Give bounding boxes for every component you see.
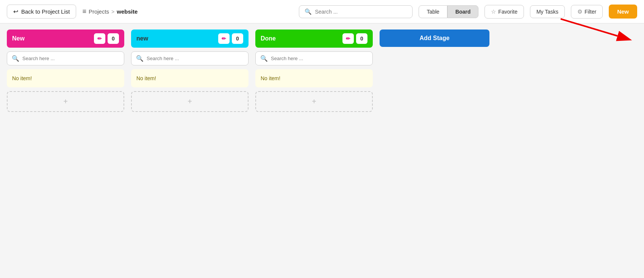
add-stage-column: Add Stage bbox=[380, 30, 489, 47]
breadcrumb-current: website bbox=[117, 8, 138, 15]
edit-column-button-done[interactable]: ✏ bbox=[342, 33, 354, 44]
favorite-label: Favorite bbox=[498, 9, 517, 15]
my-tasks-label: My Tasks bbox=[536, 9, 558, 15]
search-icon-col1: 🔍 bbox=[12, 55, 19, 62]
breadcrumb: ≡ Projects > website bbox=[82, 8, 138, 16]
edit-column-button-magenta[interactable]: ✏ bbox=[94, 33, 105, 44]
breadcrumb-project: Projects bbox=[89, 8, 109, 15]
column-search-input-cyan[interactable] bbox=[147, 56, 244, 61]
column-title-new-magenta: New bbox=[12, 35, 25, 42]
global-search[interactable]: 🔍 bbox=[299, 5, 413, 18]
column-header-new-magenta: New ✏ 0 bbox=[7, 30, 124, 48]
column-search-cyan[interactable]: 🔍 bbox=[131, 51, 249, 65]
favorite-button[interactable]: ☆ Favorite bbox=[485, 5, 524, 19]
board-view-button[interactable]: Board bbox=[447, 5, 478, 18]
search-icon: 🔍 bbox=[305, 8, 312, 15]
column-actions-done: ✏ 0 bbox=[342, 33, 367, 44]
column-search-magenta[interactable]: 🔍 bbox=[7, 51, 124, 65]
no-item-label-magenta: No item! bbox=[12, 75, 32, 81]
list-icon: ≡ bbox=[82, 8, 86, 16]
table-view-button[interactable]: Table bbox=[419, 5, 447, 18]
column-header-new-cyan: new ✏ 0 bbox=[131, 30, 249, 48]
search-input[interactable] bbox=[315, 9, 407, 15]
column-search-input-magenta[interactable] bbox=[22, 56, 119, 61]
column-header-done: Done ✏ 0 bbox=[255, 30, 373, 48]
add-stage-button[interactable]: Add Stage bbox=[380, 30, 489, 47]
plus-icon-done: + bbox=[312, 97, 316, 106]
filter-label: Filter bbox=[585, 9, 596, 15]
filter-button[interactable]: ⚙ Filter bbox=[571, 5, 603, 19]
add-card-button-done[interactable]: + bbox=[255, 91, 373, 112]
column-search-done[interactable]: 🔍 bbox=[255, 51, 373, 65]
add-card-button-cyan[interactable]: + bbox=[131, 91, 249, 112]
new-button[interactable]: New bbox=[609, 5, 637, 19]
kanban-column-new-magenta: New ✏ 0 🔍 No item! + bbox=[7, 30, 124, 112]
no-item-card-cyan: No item! bbox=[131, 69, 249, 87]
edit-column-button-cyan[interactable]: ✏ bbox=[218, 33, 230, 44]
no-item-label-done: No item! bbox=[261, 75, 280, 81]
no-item-card-magenta: No item! bbox=[7, 69, 124, 87]
back-to-project-list-button[interactable]: ↩ Back to Project List bbox=[7, 5, 76, 19]
kanban-column-new-cyan: new ✏ 0 🔍 No item! + bbox=[131, 30, 249, 112]
plus-icon-magenta: + bbox=[63, 97, 68, 106]
breadcrumb-separator: > bbox=[111, 9, 114, 15]
count-badge-cyan: 0 bbox=[232, 33, 243, 44]
pencil-icon-done: ✏ bbox=[346, 36, 350, 42]
view-toggle: Table Board bbox=[419, 5, 478, 18]
search-icon-col3: 🔍 bbox=[260, 55, 268, 62]
star-icon: ☆ bbox=[491, 8, 496, 15]
pencil-icon-cyan: ✏ bbox=[222, 36, 226, 42]
column-title-new-cyan: new bbox=[136, 35, 148, 42]
column-actions-new-magenta: ✏ 0 bbox=[94, 33, 119, 44]
no-item-card-done: No item! bbox=[255, 69, 373, 87]
back-arrow-icon: ↩ bbox=[13, 8, 18, 15]
pencil-icon-magenta: ✏ bbox=[97, 36, 102, 42]
column-actions-new-cyan: ✏ 0 bbox=[218, 33, 243, 44]
my-tasks-button[interactable]: My Tasks bbox=[530, 5, 565, 18]
back-button-label: Back to Project List bbox=[21, 8, 70, 15]
column-title-done: Done bbox=[261, 35, 276, 42]
column-search-input-done[interactable] bbox=[271, 56, 368, 61]
board-container: New ✏ 0 🔍 No item! + new bbox=[0, 23, 644, 274]
no-item-label-cyan: No item! bbox=[136, 75, 156, 81]
filter-icon: ⚙ bbox=[577, 8, 582, 15]
add-card-button-magenta[interactable]: + bbox=[7, 91, 124, 112]
plus-icon-cyan: + bbox=[188, 97, 192, 106]
search-icon-col2: 🔍 bbox=[136, 55, 144, 62]
top-bar: ↩ Back to Project List ≡ Projects > webs… bbox=[0, 0, 644, 23]
count-badge-done: 0 bbox=[356, 33, 367, 44]
kanban-column-done: Done ✏ 0 🔍 No item! + bbox=[255, 30, 373, 112]
count-badge-magenta: 0 bbox=[108, 33, 119, 44]
